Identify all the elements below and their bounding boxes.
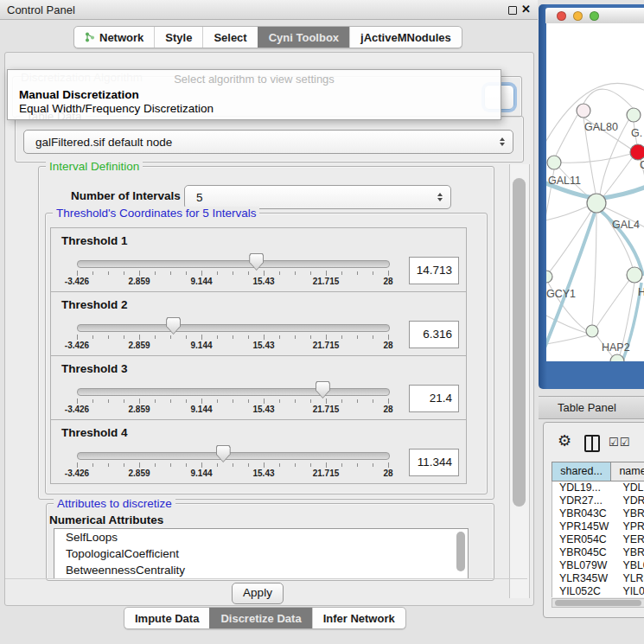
table-panel-titlebar[interactable]: Table Panel [539,396,644,419]
table-row[interactable]: YLR345W YLR3 [552,572,644,585]
tick-mark [295,271,296,275]
tab-impute-data[interactable]: Impute Data [124,608,209,628]
network-edge[interactable] [546,207,587,221]
table-row[interactable]: YER054C YER0 [552,533,644,546]
tab-label: Impute Data [135,612,199,625]
network-node[interactable] [610,354,624,361]
tab-jactivemnodules[interactable]: jActiveMNodules [349,27,462,48]
network-edge[interactable] [561,154,631,163]
attribute-list-item[interactable]: TopologicalCoefficient [54,545,468,562]
attributes-scrollbar[interactable] [456,532,465,571]
panel-scrollbar[interactable] [509,164,530,598]
table-rows: YDL19... YDL1 YDR27... YDR2 YBR043C YBR0… [552,481,644,597]
tab-discretize-data[interactable]: Discretize Data [209,608,311,628]
tab-style[interactable]: Style [154,27,202,48]
slider-thumb[interactable] [249,253,264,271]
attribute-list-item[interactable]: BetweennessCentrality [54,562,468,578]
algorithm-option-manual[interactable]: Manual Discretization [19,88,139,101]
table-row[interactable]: YIL052C YIL0 [552,585,644,597]
tab-select[interactable]: Select [202,27,257,48]
network-edge[interactable] [592,213,596,325]
network-node[interactable] [547,156,561,169]
threshold-value-field[interactable]: 11.344 [409,449,459,476]
close-traffic-light-icon[interactable] [557,11,566,21]
network-node[interactable] [630,144,644,160]
tick-mark [186,271,187,275]
slider-track[interactable] [77,388,390,396]
tick-mark [264,335,265,340]
numerical-attributes-list[interactable]: SelfLoopsTopologicalCoefficientBetweenne… [54,528,469,579]
table-row[interactable]: YBR045C YBR0 [552,546,644,559]
network-edge[interactable] [546,213,595,360]
minimize-traffic-light-icon[interactable] [573,11,583,21]
table-row[interactable]: YPR145W YPR1 [552,520,644,533]
checkbox-checked-icon[interactable]: ☑☑ [609,436,630,449]
threshold-value-field[interactable]: 14.713 [409,257,459,284]
table-header-shared-name[interactable]: shared... [552,462,611,481]
slider-thumb[interactable] [316,381,330,399]
tick-mark [326,271,327,276]
slider-thumb[interactable] [166,317,181,335]
close-icon[interactable]: ✕ [521,3,531,16]
tick-mark [155,335,156,339]
network-edge[interactable] [598,186,644,199]
table-header-name[interactable]: name [610,462,644,481]
threshold-value-field[interactable]: 21.4 [409,385,459,412]
tab-cyni-toolbox[interactable]: Cyni Toolbox [258,27,349,48]
zoom-traffic-light-icon[interactable] [590,11,599,21]
tick-label: 9.144 [190,405,212,414]
tick-mark [233,335,233,339]
network-node[interactable] [586,325,598,337]
tick-mark [217,271,218,275]
tab-infer-network[interactable]: Infer Network [312,608,405,628]
tick-mark [170,463,171,467]
tab-network[interactable]: Network [74,27,154,48]
table-row[interactable]: YDR27... YDR2 [552,494,644,507]
tick-mark [170,271,171,275]
slider-track[interactable] [77,260,390,268]
apply-button[interactable]: Apply [232,583,284,604]
table-cell-shared-name: YDR27... [552,494,618,507]
algorithm-option-equal-width[interactable]: Equal Width/Frequency Discretization [19,102,214,115]
panel-scrollbar-thumb[interactable] [513,178,526,507]
control-panel-titlebar[interactable]: Control Panel [0,0,538,20]
tick-label: -3.426 [65,469,89,478]
threshold-value-field[interactable]: 6.316 [409,321,459,348]
gear-icon[interactable]: ⚙ [558,431,571,450]
float-window-icon[interactable] [508,6,517,15]
table-row[interactable]: YDL19... YDL1 [552,481,644,494]
tick-mark [326,462,327,468]
network-node[interactable] [546,271,552,283]
panel-separator [5,578,527,579]
table-cell-shared-name: YLR345W [552,572,618,585]
table-row[interactable]: YBL079W YBL0 [552,559,644,572]
threshold-rows: Threshold 1 -3.4262.8599.14415.4321.7152… [50,228,467,484]
table-row[interactable]: YBR043C YBR0 [552,507,644,520]
network-edge[interactable] [583,89,633,108]
network-canvas[interactable]: GAL80G.CGAL11GAL4HGCY1HAP2 [546,23,644,361]
network-edge[interactable] [596,280,629,327]
network-node[interactable] [587,194,606,213]
table-cell-name: YPR1 [618,520,644,533]
column-split-icon[interactable] [584,435,600,452]
network-edge[interactable] [546,335,590,345]
tick-label: 9.144 [190,277,212,286]
network-node-label: GCY1 [546,288,576,300]
tick-mark [341,399,342,403]
network-node[interactable] [627,108,641,122]
table-hscrollbar-thumb[interactable] [555,600,641,606]
attribute-list-item[interactable]: SelfLoops [54,529,468,545]
network-node[interactable] [627,267,642,283]
table-data-combo[interactable]: galFiltered.sif default node [23,130,513,154]
slider-thumb[interactable] [216,445,231,462]
tick-mark [108,399,109,403]
network-node-label: GAL80 [584,121,618,133]
table-hscrollbar[interactable] [552,598,644,608]
slider-track[interactable] [77,452,390,460]
network-view-titlebar[interactable] [545,8,644,23]
network-node[interactable] [577,104,590,118]
tick-mark [124,335,124,339]
table-data-combo-value: galFiltered.sif default node [35,136,172,149]
slider-track[interactable] [77,324,390,332]
num-intervals-combo[interactable]: 5 [184,185,451,209]
